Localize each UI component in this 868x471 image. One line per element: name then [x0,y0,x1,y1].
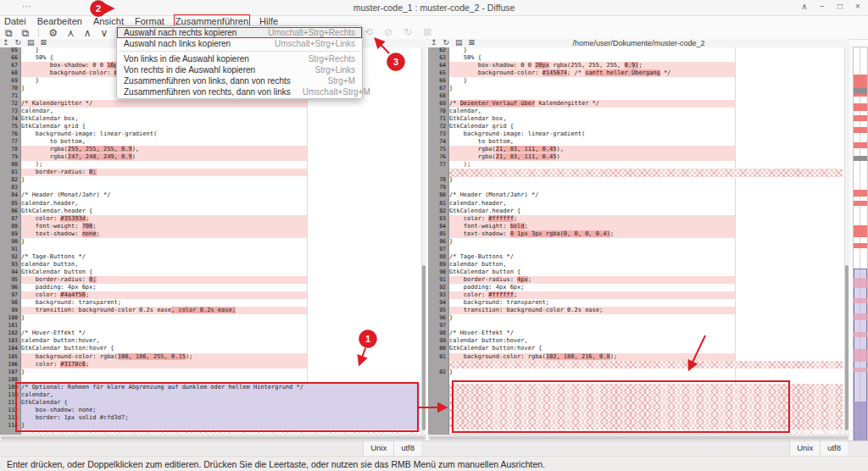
code-line[interactable]: 73 background-image: linear-gradient( [449,130,843,138]
code-line[interactable] [449,384,843,391]
code-line[interactable]: 80 ); [21,161,420,169]
right-eol-indicator[interactable]: Unix [789,441,820,456]
next-difference-icon[interactable]: ∨ [101,27,108,39]
left-vertical-scrollbar[interactable] [421,47,426,435]
code-line[interactable]: 104GtkCalendar button:hover { [21,345,420,352]
code-line[interactable]: 78 rgba(255, 255, 255, 0.9), [21,146,420,153]
code-line[interactable]: 86} [449,238,843,246]
code-line[interactable]: 68 [449,92,843,100]
code-line[interactable]: 90GtkCalendar button { [449,269,843,276]
code-line[interactable]: 78} [449,176,843,184]
code-line[interactable] [449,361,843,368]
right-horizontal-scrollbar[interactable] [428,435,849,441]
code-line[interactable]: 99 transition: background-color 0.2s eas… [21,307,420,314]
minimize-button[interactable]: − [817,2,827,11]
code-line[interactable]: 99calendar button:hover, [449,337,843,345]
code-line[interactable]: 79 [449,184,843,191]
code-line[interactable]: 76 background-image: linear-gradient( [21,130,420,138]
code-line[interactable]: 74GtkCalendar box, [21,115,420,123]
code-line[interactable]: 111GtkCalendar { [21,399,420,407]
menu-bearbeiten[interactable]: Bearbeiten [37,16,82,26]
shade-button[interactable]: ∧ [799,2,810,11]
menu-item-auswahl-nach-rechts-kopieren[interactable]: Auswahl nach rechts kopierenUmschalt+Str… [117,27,362,38]
code-line[interactable]: 84/* Header (Monat/Jahr) */ [21,191,420,199]
code-line[interactable] [449,414,843,422]
first-difference-icon[interactable]: ⋏ [67,27,75,39]
code-line[interactable]: 71GtkCalendar box, [449,115,843,123]
preferences-icon[interactable]: ⚙ [48,27,58,39]
left-eol-indicator[interactable]: Unix [363,441,393,456]
code-line[interactable]: 91 [21,246,420,253]
code-line[interactable]: 67} [449,85,843,92]
code-line[interactable]: 93 color: #ffffff; [449,291,843,299]
menu-hilfe[interactable]: Hilfe [259,16,278,26]
code-line[interactable]: 83 [21,184,420,191]
code-line[interactable]: 62 } [449,47,843,54]
right-encoding-indicator[interactable]: utf8 [820,441,848,456]
menu-item-von-links-in-die-auswahl-kopieren[interactable]: Von links in die Auswahl kopierenStrg+Re… [117,53,362,64]
menu-format[interactable]: Format [135,16,164,26]
code-line[interactable]: 95 border-radius: 0; [21,276,420,284]
menu-item-von-rechts-in-die-auswahl-kopieren[interactable]: Von rechts in die Auswahl kopierenStrg+L… [117,64,362,75]
code-line[interactable]: 85 text-shadow: 0 1px 3px rgba(0, 0, 0, … [449,230,843,238]
code-line[interactable]: 103calendar button:hover, [21,337,420,345]
right-code-area[interactable]: 62 }63 50% {64 box-shadow: 0 0 20px rgba… [428,47,849,435]
code-line[interactable]: 69/* Dezenter Verlauf über Kalendergitte… [449,100,843,108]
code-line[interactable]: 113 border: 1px solid #cfd3d7; [21,414,420,422]
code-line[interactable]: 01 background-color: rgba(102, 180, 216,… [449,353,843,361]
code-line[interactable]: 94 background: transparent; [449,299,843,307]
code-line[interactable]: 79 rgba(247, 248, 249, 0.9) [21,153,420,161]
code-line[interactable]: 64 box-shadow: 0 0 20px rgba(255, 255, 2… [449,62,843,69]
code-line[interactable]: 112 box-shadow: none; [21,407,420,414]
code-line[interactable]: 81calendar.header, [449,200,843,208]
code-line[interactable]: 110calendar, [21,391,420,399]
code-line[interactable]: 74 to bottom, [449,138,843,146]
code-line[interactable]: 02} [449,368,843,376]
code-line[interactable]: 83 color: #ffffff; [449,215,843,223]
code-line[interactable]: 96 padding: 4px 6px; [21,284,420,291]
new-3way-compare-icon[interactable]: ⧉ [22,27,30,39]
menu-datei[interactable]: Datei [4,16,26,26]
code-line[interactable]: 75GtkCalendar grid { [21,123,420,130]
code-line[interactable]: 102/* Hover-Effekt */ [21,330,420,337]
diff-overview-map[interactable] [853,47,868,442]
code-line[interactable]: 00GtkCalendar button:hover { [449,345,843,352]
code-line[interactable]: 106 color: #3178c6; [21,361,420,368]
code-line[interactable] [449,422,843,429]
code-line[interactable]: 80/* Header (Monat/Jahr) */ [449,191,843,199]
code-line[interactable] [449,169,843,176]
menu-item-auswahl-nach-links-kopieren[interactable]: Auswahl nach links kopierenUmschalt+Strg… [117,38,362,49]
code-line[interactable]: 88 font-weight: 700; [21,223,420,230]
code-line[interactable]: 97 [449,322,843,330]
code-line[interactable]: 95 transition: background-color 0.2s eas… [449,307,843,314]
code-line[interactable]: 87 color: #35393d; [21,215,420,223]
code-line[interactable]: 94GtkCalendar button { [21,269,420,276]
code-line[interactable]: 82} [21,176,420,184]
code-line[interactable]: 109/* Optional: Rahmen für klare Abgrenz… [21,384,420,391]
code-line[interactable]: 91 border-radius: 4px; [449,276,843,284]
code-line[interactable]: 107} [21,368,420,376]
code-line[interactable]: 76 rgba(21, 83, 111, 0.45) [449,153,843,161]
code-line[interactable]: 73calendar, [21,108,420,115]
code-line[interactable]: 87 [449,246,843,253]
code-line[interactable]: 63 50% { [449,54,843,62]
code-line[interactable]: 89calendar button, [449,261,843,269]
previous-difference-icon[interactable]: ∧ [84,27,92,39]
close-button[interactable]: × [853,2,863,11]
code-line[interactable]: 84 font-weight: bold; [449,223,843,230]
code-line[interactable]: 114} [21,422,420,429]
code-line[interactable]: 88/* Tage-Buttons */ [449,253,843,261]
code-line[interactable]: 108 [21,376,420,384]
code-line[interactable]: 93calendar button, [21,261,420,269]
code-line[interactable]: 65 background-color: #145674; /* sanft h… [449,69,843,77]
code-line[interactable]: 90} [21,238,420,246]
menu-item-zusammenf-hren-von-rechts-dann-von-links[interactable]: Zusammenführen von rechts, dann von link… [117,86,362,97]
code-line[interactable]: 89 text-shadow: none; [21,230,420,238]
code-line[interactable]: 85calendar.header, [21,200,420,208]
code-line[interactable]: 96} [449,314,843,322]
menu-zusammenf-hren[interactable]: Zusammenführen [175,16,248,26]
code-line[interactable]: 100} [21,314,420,322]
left-encoding-indicator[interactable]: utf8 [393,441,421,456]
code-line[interactable] [449,399,843,407]
code-line[interactable]: 101 [21,322,420,330]
